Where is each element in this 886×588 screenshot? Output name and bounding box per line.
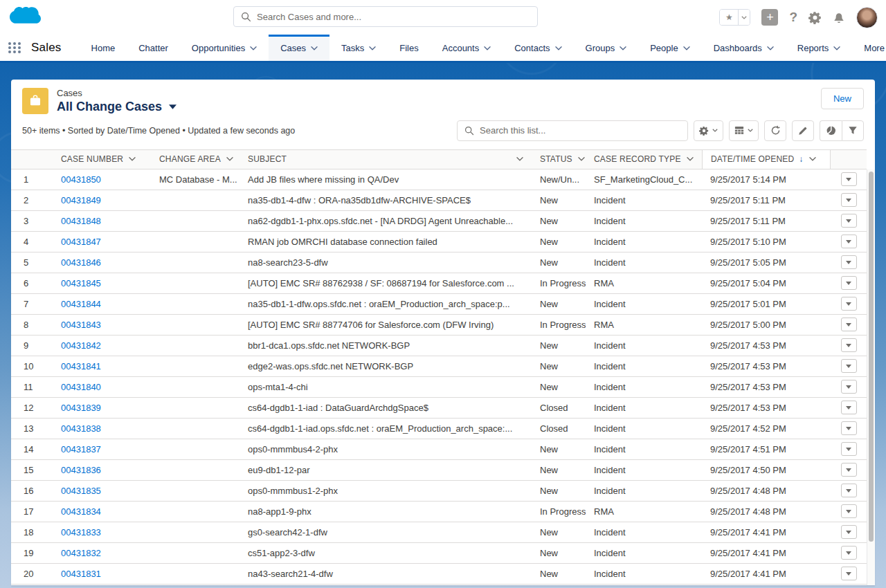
- case-number-link[interactable]: 00431840: [61, 382, 101, 392]
- search-icon: [241, 12, 251, 22]
- row-actions-button[interactable]: [841, 421, 857, 435]
- favorites-caret-icon[interactable]: [738, 10, 750, 25]
- case-number-link[interactable]: 00431831: [61, 569, 101, 579]
- change-area-cell: [151, 585, 239, 585]
- tab-home[interactable]: Home: [80, 35, 127, 61]
- subject-cell: RMAN job OMRCHI database connection fail…: [239, 232, 532, 252]
- list-view-settings-button[interactable]: [694, 120, 723, 141]
- case-number-link[interactable]: 00431846: [61, 257, 101, 268]
- caret-down-icon: [846, 282, 851, 285]
- date-opened-cell: 9/25/2017 4:41 PM: [702, 564, 831, 584]
- tab-chatter[interactable]: Chatter: [127, 35, 180, 61]
- tab-cases[interactable]: Cases: [269, 35, 329, 61]
- column-header-record_type[interactable]: CASE RECORD TYPE: [586, 150, 702, 169]
- row-actions-cell: [831, 190, 867, 210]
- user-avatar[interactable]: [856, 7, 878, 28]
- date-opened-cell: 9/25/2017 4:53 PM: [702, 377, 831, 397]
- date-opened-cell: 9/25/2017 4:51 PM: [702, 439, 831, 459]
- status-cell: In Progress: [532, 273, 586, 293]
- case-number-link[interactable]: 00431842: [61, 340, 101, 351]
- case-number-link[interactable]: 00431837: [61, 444, 101, 454]
- row-actions-button[interactable]: [841, 401, 857, 414]
- row-actions-button[interactable]: [841, 297, 857, 311]
- tab-files[interactable]: Files: [388, 35, 430, 61]
- case-number-link[interactable]: 00431838: [61, 423, 101, 434]
- row-actions-button[interactable]: [841, 193, 857, 207]
- global-search-input[interactable]: [257, 12, 530, 22]
- row-actions-button[interactable]: [841, 338, 857, 352]
- case-number-link[interactable]: 00431843: [61, 320, 101, 330]
- row-number: 2: [11, 190, 53, 210]
- tab-dashboards[interactable]: Dashboards: [702, 35, 786, 61]
- column-header-opened[interactable]: DATE/TIME OPENED↓: [702, 150, 831, 169]
- row-actions-button[interactable]: [841, 359, 857, 373]
- status-cell: New: [532, 522, 586, 542]
- row-actions-button[interactable]: [841, 484, 857, 497]
- row-actions-button[interactable]: [841, 525, 857, 539]
- row-actions-button[interactable]: [841, 504, 857, 518]
- column-header-subject[interactable]: SUBJECT: [239, 150, 532, 169]
- charts-button[interactable]: [820, 120, 842, 141]
- caret-down-icon: [846, 531, 851, 534]
- tab-accounts[interactable]: Accounts: [431, 35, 503, 61]
- case-number-link[interactable]: 00431834: [61, 506, 101, 517]
- subject-cell: cs64-dgdb1-1-iad.ops.sfdc.net : oraEM_Pr…: [239, 419, 532, 439]
- row-actions-button[interactable]: [841, 546, 857, 560]
- tab-label: Groups: [586, 43, 615, 53]
- notifications-bell-icon[interactable]: [833, 11, 845, 24]
- case-number-link[interactable]: 00431844: [61, 299, 101, 309]
- case-number-link[interactable]: 00431839: [61, 403, 101, 413]
- row-actions-button[interactable]: [841, 276, 857, 290]
- tab-opportunities[interactable]: Opportunities: [180, 35, 269, 61]
- row-actions-button[interactable]: [841, 214, 857, 228]
- case-number-link[interactable]: 00431836: [61, 465, 101, 475]
- help-icon[interactable]: ?: [789, 10, 797, 25]
- vertical-scrollbar[interactable]: [867, 169, 875, 585]
- row-actions-button[interactable]: [841, 318, 857, 331]
- case-number-link[interactable]: 00431847: [61, 237, 101, 247]
- tab-more[interactable]: More: [852, 35, 886, 61]
- column-header-status[interactable]: STATUS: [532, 150, 586, 169]
- caret-down-icon: [846, 551, 851, 555]
- row-actions-button[interactable]: [841, 172, 857, 186]
- case-number-link[interactable]: 00431832: [61, 548, 101, 558]
- list-search-input[interactable]: [480, 125, 680, 136]
- chevron-down-icon: [767, 46, 774, 50]
- tab-contacts[interactable]: Contacts: [503, 35, 573, 61]
- row-actions-button[interactable]: [841, 442, 857, 456]
- favorites-star-icon[interactable]: ★: [720, 10, 738, 25]
- app-launcher-waffle-icon[interactable]: [8, 35, 21, 61]
- date-opened-cell: 9/25/2017 5:14 PM: [702, 169, 831, 190]
- row-actions-button[interactable]: [841, 380, 857, 394]
- column-header-case_number[interactable]: CASE NUMBER: [53, 150, 151, 169]
- case-number-link[interactable]: 00431845: [61, 278, 101, 288]
- row-actions-button[interactable]: [841, 255, 857, 269]
- tab-groups[interactable]: Groups: [574, 35, 639, 61]
- case-number-link[interactable]: 00431848: [61, 216, 101, 226]
- inline-edit-button[interactable]: [792, 120, 814, 141]
- row-actions-button[interactable]: [841, 463, 857, 477]
- table-row: 300431848na62-dgdb1-1-phx.ops.sfdc.net -…: [11, 211, 867, 232]
- tab-people[interactable]: People: [638, 35, 701, 61]
- tab-reports[interactable]: Reports: [786, 35, 853, 61]
- case-number-link[interactable]: 00431841: [61, 361, 101, 371]
- column-header-change_area[interactable]: CHANGE AREA: [151, 150, 239, 169]
- add-icon[interactable]: +: [761, 9, 778, 26]
- row-actions-button[interactable]: [841, 235, 857, 248]
- filter-button[interactable]: [842, 120, 864, 141]
- list-view-selector[interactable]: All Change Cases: [57, 99, 177, 115]
- setup-gear-icon[interactable]: [808, 11, 822, 24]
- app-name[interactable]: Sales: [21, 35, 80, 61]
- case-number-link[interactable]: 00431833: [61, 527, 101, 538]
- scrollbar-thumb[interactable]: [869, 172, 874, 542]
- case-number-link[interactable]: 00431849: [61, 195, 101, 205]
- display-as-button[interactable]: [729, 120, 759, 141]
- date-opened-cell: 9/25/2017 4:41 PM: [702, 543, 831, 563]
- new-button[interactable]: New: [821, 88, 864, 109]
- tab-tasks[interactable]: Tasks: [329, 35, 388, 61]
- case-number-link[interactable]: 00431835: [61, 486, 101, 496]
- table-row: 800431843[AUTO] EMC SR# 88774706 for Sal…: [11, 315, 867, 336]
- refresh-button[interactable]: [764, 120, 786, 141]
- row-actions-button[interactable]: [841, 567, 857, 580]
- case-number-link[interactable]: 00431850: [61, 174, 101, 185]
